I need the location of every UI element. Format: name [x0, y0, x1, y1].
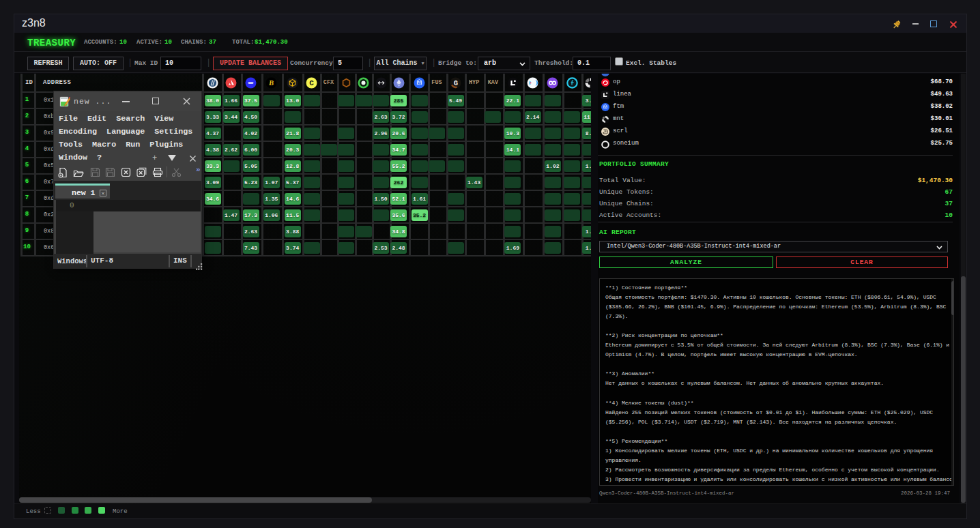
svg-text:C: C	[310, 79, 315, 87]
svg-text:B: B	[268, 79, 274, 87]
svg-text:G: G	[454, 79, 458, 87]
